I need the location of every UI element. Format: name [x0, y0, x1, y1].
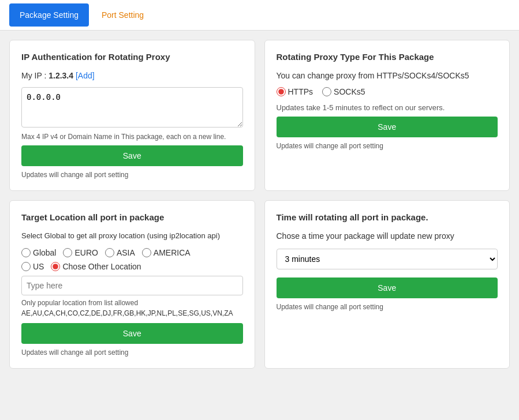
radio-socks5-text: SOCKs5: [334, 87, 365, 96]
ip-auth-title: IP Authentication for Rotating Proxy: [21, 52, 243, 62]
country-codes: AE,AU,CA,CH,CO,CZ,DE,DJ,FR,GB,HK,JP,NL,P…: [21, 309, 243, 317]
top-nav: Package Setting Port Setting: [0, 0, 519, 31]
time-note: Chose a time your package will update ne…: [277, 231, 498, 241]
radio-global-input[interactable]: [21, 248, 31, 257]
radio-us-label[interactable]: US: [21, 262, 44, 271]
proxy-type-title: Rotating Proxy Type For This Package: [277, 52, 498, 62]
radio-us-input[interactable]: [21, 262, 31, 271]
location-radio-group-row2: US Chose Other Location: [21, 262, 243, 271]
tab-package-setting[interactable]: Package Setting: [9, 3, 89, 27]
radio-chose-input[interactable]: [51, 262, 60, 271]
radio-us-text: US: [33, 262, 44, 271]
radio-https-text: HTTPs: [288, 87, 313, 96]
proxy-type-update-note: Updates will change all port setting: [277, 142, 498, 150]
radio-asia-label[interactable]: ASIA: [105, 248, 135, 257]
radio-https-label[interactable]: HTTPs: [277, 87, 313, 96]
location-text-input[interactable]: [21, 276, 243, 295]
card-ip-auth: IP Authentication for Rotating Proxy My …: [9, 40, 255, 191]
proxy-type-save-button[interactable]: Save: [277, 117, 498, 137]
radio-chose-label[interactable]: Chose Other Location: [51, 262, 141, 271]
my-ip-value: 1.2.3.4: [48, 71, 73, 80]
target-location-save-button[interactable]: Save: [21, 323, 243, 344]
popular-note: Only popular location from list allowed: [21, 299, 243, 307]
time-select[interactable]: 1 minute 3 minutes 5 minutes 10 minutes …: [277, 249, 498, 269]
ip-textarea[interactable]: 0.0.0.0: [21, 87, 243, 127]
add-ip-link[interactable]: [Add]: [76, 71, 95, 80]
radio-asia-input[interactable]: [105, 248, 114, 257]
location-note: Select Global to get all proxy location …: [21, 231, 243, 240]
proxy-change-note: You can change proxy from HTTPs/SOCKs4/S…: [277, 71, 498, 80]
my-ip-label: My IP :: [21, 71, 48, 80]
main-content: IP Authentication for Rotating Proxy My …: [0, 31, 519, 378]
radio-euro-label[interactable]: EURO: [63, 248, 98, 257]
time-rotating-update-note: Updates will change all port setting: [277, 303, 498, 311]
radio-euro-input[interactable]: [63, 248, 72, 257]
time-rotating-save-button[interactable]: Save: [277, 278, 498, 298]
card-time-rotating: Time will rotating all port in package. …: [264, 200, 510, 369]
proxy-type-radio-group: HTTPs SOCKs5: [277, 87, 498, 96]
proxy-updates-timer: Updates take 1-5 minutes to reflect on o…: [277, 103, 498, 112]
card-proxy-type: Rotating Proxy Type For This Package You…: [264, 40, 510, 191]
my-ip-row: My IP : 1.2.3.4 [Add]: [21, 71, 243, 80]
location-radio-group-row1: Global EURO ASIA AMERICA: [21, 248, 243, 257]
radio-socks5-label[interactable]: SOCKs5: [322, 87, 365, 96]
radio-america-text: AMERICA: [154, 248, 191, 257]
card-target-location: Target Location all port in package Sele…: [9, 200, 255, 369]
max-ip-note: Max 4 IP v4 or Domain Name in This packa…: [21, 133, 243, 141]
radio-euro-text: EURO: [74, 248, 98, 257]
ip-auth-save-button[interactable]: Save: [21, 145, 243, 166]
radio-asia-text: ASIA: [117, 248, 135, 257]
radio-global-label[interactable]: Global: [21, 248, 56, 257]
radio-https-input[interactable]: [277, 87, 286, 96]
target-location-title: Target Location all port in package: [21, 212, 243, 222]
radio-socks5-input[interactable]: [322, 87, 331, 96]
radio-america-input[interactable]: [142, 248, 151, 257]
tab-port-setting[interactable]: Port Setting: [91, 3, 154, 27]
radio-america-label[interactable]: AMERICA: [142, 248, 191, 257]
target-location-update-note: Updates will change all port setting: [21, 348, 243, 357]
radio-chose-text: Chose Other Location: [62, 262, 141, 271]
ip-auth-update-note: Updates will change all port setting: [21, 171, 243, 179]
radio-global-text: Global: [33, 248, 56, 257]
time-rotating-title: Time will rotating all port in package.: [277, 212, 498, 222]
